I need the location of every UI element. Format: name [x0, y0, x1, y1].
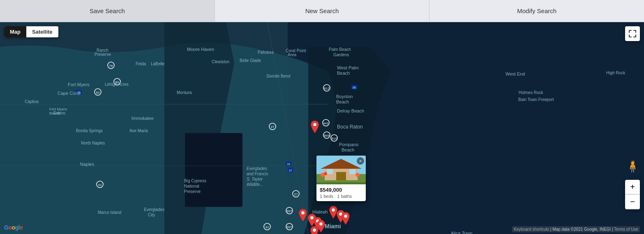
svg-text:Bonita Springs: Bonita Springs [76, 128, 103, 133]
svg-text:Belle Glade: Belle Glade [240, 58, 261, 63]
svg-text:Gardens: Gardens [333, 53, 349, 57]
svg-text:Preserve: Preserve [95, 52, 111, 57]
zoom-in-button[interactable]: + [625, 180, 640, 195]
svg-rect-108 [349, 169, 355, 174]
svg-text:441: 441 [323, 122, 329, 125]
svg-text:812: 812 [324, 87, 330, 90]
terms-of-use-link[interactable]: Terms of Use [614, 227, 638, 232]
svg-text:Beach: Beach [49, 111, 60, 115]
save-search-button[interactable]: Save Search [0, 0, 215, 22]
toolbar: Save Search New Search Modify Search [0, 0, 644, 22]
svg-point-110 [355, 173, 360, 177]
svg-text:75: 75 [287, 163, 290, 166]
svg-point-97 [332, 209, 335, 212]
map-pin[interactable] [310, 226, 319, 234]
svg-text:Pahokee: Pahokee [258, 50, 274, 55]
svg-text:Everglades: Everglades [144, 207, 164, 212]
svg-text:North Naples: North Naples [81, 141, 105, 145]
svg-text:82: 82 [96, 91, 100, 94]
svg-text:Boca Raton: Boca Raton [337, 124, 363, 130]
svg-text:Ave Maria: Ave Maria [129, 128, 148, 133]
svg-point-99 [344, 215, 347, 218]
svg-point-96 [319, 223, 323, 226]
svg-text:Pompano: Pompano [339, 142, 358, 147]
svg-text:Beach: Beach [336, 99, 349, 104]
svg-text:Palm Beach: Palm Beach [329, 47, 351, 52]
svg-text:Beach: Beach [342, 147, 354, 152]
svg-text:and Francis: and Francis [247, 172, 268, 176]
svg-text:Wildlife...: Wildlife... [247, 182, 263, 187]
zoom-out-button[interactable]: − [625, 195, 640, 209]
svg-rect-107 [327, 169, 333, 174]
property-beds: 1 beds [320, 194, 333, 199]
svg-text:City: City [148, 213, 155, 217]
svg-text:95: 95 [353, 86, 356, 89]
property-popup: × $549,000 1 beds [316, 156, 366, 201]
svg-text:High Rock: High Rock [606, 71, 626, 75]
svg-text:997: 997 [286, 225, 292, 229]
svg-text:41: 41 [98, 183, 102, 187]
svg-text:National: National [184, 184, 199, 188]
map-type-map-button[interactable]: Map [4, 26, 26, 37]
svg-text:27: 27 [271, 125, 275, 129]
svg-text:Felda: Felda [136, 62, 146, 66]
map-type-satellite-button[interactable]: Satellite [26, 26, 58, 37]
map-attribution: Keyboard shortcuts | Map data ©2021 Goog… [512, 226, 640, 232]
svg-text:27: 27 [289, 169, 292, 172]
fullscreen-button[interactable] [625, 26, 640, 41]
map-container: 78 80 82 41 75 75 27 Fort Myers Cape Cor… [0, 22, 644, 234]
svg-text:Fort Myers: Fort Myers [49, 107, 67, 111]
popup-close-button[interactable]: × [357, 157, 364, 165]
svg-rect-1 [185, 133, 242, 207]
svg-point-100 [313, 229, 316, 232]
svg-text:Marco Island: Marco Island [98, 210, 121, 215]
svg-text:Big Cypress: Big Cypress [184, 179, 206, 183]
zoom-controls: + − [625, 180, 640, 209]
svg-text:Bain Town Freeport: Bain Town Freeport [518, 97, 554, 102]
svg-text:West End: West End [506, 71, 525, 76]
svg-text:869: 869 [324, 134, 330, 138]
svg-text:Clewiston: Clewiston [212, 60, 229, 64]
property-details: 1 beds 1 baths [320, 194, 362, 199]
svg-text:Holmes Rock: Holmes Rock [519, 90, 543, 95]
svg-text:Moore Haven: Moore Haven [187, 47, 214, 52]
svg-point-111 [324, 172, 327, 175]
street-view-control[interactable]: 🧍 [625, 156, 640, 177]
svg-text:Captiva: Captiva [25, 99, 39, 104]
street-view-icon: 🧍 [626, 160, 640, 173]
svg-rect-112 [316, 182, 366, 184]
svg-text:West Palm: West Palm [337, 65, 359, 70]
svg-text:Preserve: Preserve [184, 189, 201, 194]
svg-text:Boynton: Boynton [336, 94, 353, 99]
svg-text:Alice Town: Alice Town [451, 231, 472, 234]
keyboard-shortcuts-link[interactable]: Keyboard shortcuts [514, 227, 549, 232]
property-price: $549,000 [320, 187, 362, 193]
svg-text:Immokalee: Immokalee [132, 116, 154, 121]
google-logo: Google [4, 224, 23, 231]
svg-text:78: 78 [109, 64, 113, 68]
property-baths: 1 baths [337, 194, 352, 199]
svg-text:41: 41 [265, 225, 269, 229]
map-pin[interactable] [310, 121, 319, 133]
svg-text:Naples: Naples [80, 162, 95, 167]
svg-text:997: 997 [286, 209, 292, 213]
map-type-control: Map Satellite [4, 26, 58, 37]
svg-text:Montura: Montura [177, 90, 192, 95]
svg-text:Area: Area [288, 53, 297, 57]
svg-text:27: 27 [294, 193, 298, 196]
new-search-button[interactable]: New Search [215, 0, 430, 22]
svg-point-92 [313, 123, 316, 126]
svg-text:810: 810 [331, 137, 337, 140]
property-info: $549,000 1 beds 1 baths [316, 184, 366, 201]
svg-text:Lehigh Acres: Lehigh Acres [105, 82, 129, 87]
svg-text:Cape Coral: Cape Coral [58, 91, 81, 96]
svg-text:Everglades: Everglades [247, 166, 267, 171]
svg-text:Delray Beach: Delray Beach [337, 108, 364, 113]
svg-text:Beach: Beach [337, 71, 350, 76]
svg-rect-106 [336, 172, 346, 180]
map-pin[interactable] [341, 212, 350, 225]
modify-search-button[interactable]: Modify Search [429, 0, 644, 22]
svg-text:Sixmile Bend: Sixmile Bend [266, 74, 290, 78]
map-pin[interactable] [298, 209, 307, 221]
svg-text:Miami: Miami [325, 223, 341, 229]
